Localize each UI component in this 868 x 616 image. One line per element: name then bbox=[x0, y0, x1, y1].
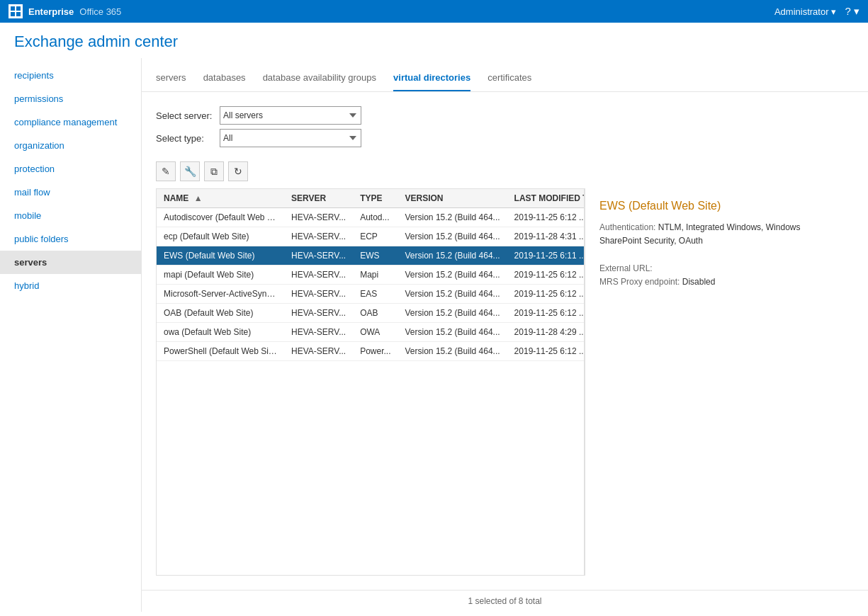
table-row[interactable]: PowerShell (Default Web Site)HEVA-SERV..… bbox=[157, 342, 585, 361]
row-version: Version 15.2 (Build 464... bbox=[398, 323, 507, 342]
svg-rect-3 bbox=[11, 12, 15, 16]
main-content: serversdatabasesdatabase availability gr… bbox=[142, 58, 868, 612]
table-row[interactable]: Autodiscover (Default Web S...HEVA-SERV.… bbox=[157, 208, 585, 227]
row-name: OAB (Default Web Site) bbox=[157, 304, 284, 323]
svg-rect-2 bbox=[16, 6, 21, 11]
refresh-button[interactable]: ↻ bbox=[228, 161, 248, 181]
mrs-proxy-value: Disabled bbox=[682, 277, 716, 287]
row-last-modified: 2019-11-25 6:12 ... bbox=[507, 266, 585, 285]
row-version: Version 15.2 (Build 464... bbox=[398, 342, 507, 361]
detail-body: Authentication: NTLM, Integrated Windows… bbox=[599, 221, 840, 289]
row-type: Mapi bbox=[353, 266, 398, 285]
col-name[interactable]: NAME ▲ bbox=[157, 189, 284, 208]
col-last-modified: LAST MODIFIED TI... bbox=[507, 189, 585, 208]
table-row[interactable]: EWS (Default Web Site)HEVA-SERV...EWSVer… bbox=[157, 246, 585, 266]
sidebar-item-servers[interactable]: servers bbox=[0, 251, 141, 274]
col-version: VERSION bbox=[398, 189, 507, 208]
sidebar-item-hybrid[interactable]: hybrid bbox=[0, 274, 141, 297]
sidebar-item-compliance-management[interactable]: compliance management bbox=[0, 110, 141, 134]
type-filter-select[interactable]: All bbox=[220, 129, 361, 147]
user-name: Administrator bbox=[774, 6, 829, 17]
sidebar-item-permissions[interactable]: permissions bbox=[0, 87, 141, 110]
svg-rect-1 bbox=[11, 6, 15, 11]
table-detail-container: NAME ▲ SERVER TYPE VERSION LAST MODIFIED… bbox=[156, 188, 854, 576]
col-type: TYPE bbox=[353, 189, 398, 208]
table-body: Autodiscover (Default Web S...HEVA-SERV.… bbox=[157, 208, 585, 361]
footer-text: 1 selected of 8 total bbox=[468, 596, 541, 606]
table-row[interactable]: Microsoft-Server-ActiveSync ...HEVA-SERV… bbox=[157, 285, 585, 304]
row-last-modified: 2019-11-25 6:11 ... bbox=[507, 246, 585, 266]
main-layout: recipientspermissionscompliance manageme… bbox=[0, 58, 868, 612]
external-url-label: External URL: bbox=[599, 263, 653, 273]
row-name: EWS (Default Web Site) bbox=[157, 246, 284, 266]
tab-nav: serversdatabasesdatabase availability gr… bbox=[142, 58, 868, 92]
row-last-modified: 2019-11-25 6:12 ... bbox=[507, 342, 585, 361]
suite-name: Office 365 bbox=[79, 6, 121, 17]
row-server: HEVA-SERV... bbox=[284, 285, 353, 304]
sidebar-item-public-folders[interactable]: public folders bbox=[0, 227, 141, 251]
row-type: EWS bbox=[353, 246, 398, 266]
row-version: Version 15.2 (Build 464... bbox=[398, 285, 507, 304]
row-type: Power... bbox=[353, 342, 398, 361]
sidebar: recipientspermissionscompliance manageme… bbox=[0, 58, 142, 612]
row-last-modified: 2019-11-28 4:31 ... bbox=[507, 227, 585, 246]
footer: 1 selected of 8 total bbox=[142, 590, 868, 612]
row-version: Version 15.2 (Build 464... bbox=[398, 246, 507, 266]
edit-icon: ✎ bbox=[162, 166, 170, 177]
content-area: Select server: All servers Select type: … bbox=[142, 92, 868, 590]
page-title: Exchange admin center bbox=[0, 23, 868, 58]
refresh-icon: ↻ bbox=[234, 166, 242, 177]
mrs-proxy-label: MRS Proxy endpoint: bbox=[599, 277, 680, 287]
row-name: owa (Default Web Site) bbox=[157, 323, 284, 342]
row-server: HEVA-SERV... bbox=[284, 323, 353, 342]
authentication-label: Authentication: bbox=[599, 222, 655, 232]
table-row[interactable]: mapi (Default Web Site)HEVA-SERV...MapiV… bbox=[157, 266, 585, 285]
tab-databases[interactable]: databases bbox=[203, 67, 246, 91]
copy-button[interactable]: ⧉ bbox=[204, 161, 224, 181]
type-filter-label: Select type: bbox=[156, 133, 220, 144]
sidebar-item-organization[interactable]: organization bbox=[0, 134, 141, 157]
row-type: EAS bbox=[353, 285, 398, 304]
svg-rect-4 bbox=[16, 12, 21, 16]
copy-icon: ⧉ bbox=[210, 166, 218, 178]
app-logo bbox=[9, 4, 23, 18]
row-name: PowerShell (Default Web Site) bbox=[157, 342, 284, 361]
tab-virtual-directories[interactable]: virtual directories bbox=[393, 67, 470, 91]
table-row[interactable]: OAB (Default Web Site)HEVA-SERV...OABVer… bbox=[157, 304, 585, 323]
row-version: Version 15.2 (Build 464... bbox=[398, 266, 507, 285]
table-row[interactable]: ecp (Default Web Site)HEVA-SERV...ECPVer… bbox=[157, 227, 585, 246]
edit-button[interactable]: ✎ bbox=[156, 161, 176, 181]
row-version: Version 15.2 (Build 464... bbox=[398, 208, 507, 227]
help-button[interactable]: ? ▾ bbox=[845, 5, 859, 18]
sidebar-item-protection[interactable]: protection bbox=[0, 157, 141, 181]
settings-button[interactable]: 🔧 bbox=[180, 161, 200, 181]
user-dropdown-icon[interactable]: ▾ bbox=[831, 6, 836, 17]
server-filter-label: Select server: bbox=[156, 110, 220, 121]
row-name: Autodiscover (Default Web S... bbox=[157, 208, 284, 227]
sidebar-item-mobile[interactable]: mobile bbox=[0, 204, 141, 227]
toolbar: ✎ 🔧 ⧉ ↻ bbox=[156, 161, 854, 181]
sort-arrow-name: ▲ bbox=[194, 193, 203, 203]
row-server: HEVA-SERV... bbox=[284, 208, 353, 227]
row-version: Version 15.2 (Build 464... bbox=[398, 304, 507, 323]
sidebar-item-recipients[interactable]: recipients bbox=[0, 64, 141, 87]
tab-certificates[interactable]: certificates bbox=[487, 67, 531, 91]
topbar: Enterprise Office 365 Administrator ▾ ? … bbox=[0, 0, 868, 23]
tab-database-availability-groups[interactable]: database availability groups bbox=[263, 67, 376, 91]
table-header: NAME ▲ SERVER TYPE VERSION LAST MODIFIED… bbox=[157, 189, 585, 208]
sidebar-item-mail-flow[interactable]: mail flow bbox=[0, 181, 141, 204]
table-row[interactable]: owa (Default Web Site)HEVA-SERV...OWAVer… bbox=[157, 323, 585, 342]
tab-servers[interactable]: servers bbox=[156, 67, 186, 91]
server-filter-select[interactable]: All servers bbox=[220, 106, 361, 125]
row-version: Version 15.2 (Build 464... bbox=[398, 227, 507, 246]
detail-title: EWS (Default Web Site) bbox=[599, 200, 840, 212]
detail-panel: EWS (Default Web Site) Authentication: N… bbox=[585, 188, 854, 576]
row-server: HEVA-SERV... bbox=[284, 304, 353, 323]
row-type: OAB bbox=[353, 304, 398, 323]
row-type: ECP bbox=[353, 227, 398, 246]
user-menu[interactable]: Administrator ▾ bbox=[774, 6, 837, 17]
row-type: OWA bbox=[353, 323, 398, 342]
row-name: mapi (Default Web Site) bbox=[157, 266, 284, 285]
col-server: SERVER bbox=[284, 189, 353, 208]
wrench-icon: 🔧 bbox=[184, 166, 196, 177]
